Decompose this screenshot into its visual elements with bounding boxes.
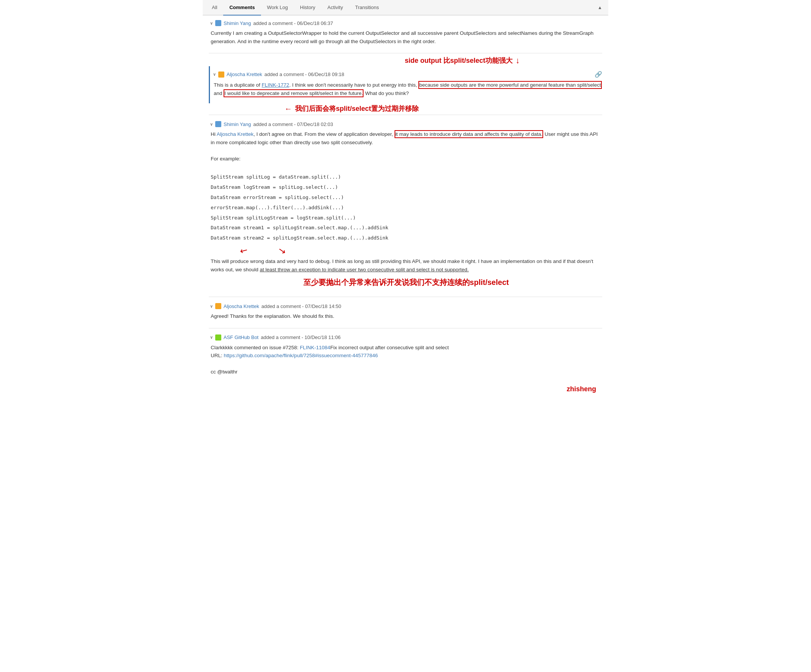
tab-activity[interactable]: Activity <box>322 0 349 15</box>
comment-5-header: ∨ ASF GitHub Bot added a comment - 10/De… <box>210 334 602 341</box>
comment-3-intro: Hi <box>211 131 217 137</box>
comment-2-highlight1: because side outputs are the more powerf… <box>418 81 601 89</box>
tab-all[interactable]: All <box>206 0 223 15</box>
comment-2: ∨ Aljoscha Krettek added a comment - 06/… <box>209 66 602 103</box>
code-line-3: DataStream errorStream = splitLog.select… <box>211 194 602 202</box>
comment-5-line1-after: Fix incorrect output after consecutive s… <box>330 345 449 350</box>
comment-4-header: ∨ Aljoscha Krettek added a comment - 07/… <box>210 303 602 309</box>
code-line-7: DataStream stream2 = splitLogStream.sele… <box>211 234 602 242</box>
annotation-top-2-text: side output 比split/select功能强大 <box>405 56 512 65</box>
code-line-1: SplitStream splitLog = dataStream.split(… <box>211 173 602 181</box>
flink-11084-link[interactable]: FLINK-11084 <box>300 345 330 350</box>
comment-5-url-label: URL: <box>211 353 224 358</box>
comment-2-meta: added a comment - 06/Dec/18 09:18 <box>265 71 344 77</box>
avatar-3 <box>215 121 221 127</box>
comment-5-url[interactable]: https://github.com/apache/flink/pull/725… <box>224 353 378 358</box>
author-5[interactable]: ASF GitHub Bot <box>224 334 258 340</box>
comment-2-header: ∨ Aljoscha Krettek added a comment - 06/… <box>213 71 602 78</box>
tab-worklog[interactable]: Work Log <box>261 0 294 15</box>
comment-4: ∨ Aljoscha Krettek added a comment - 07/… <box>209 299 602 327</box>
toggle-5[interactable]: ∨ <box>210 335 213 340</box>
comment-1-text: Currently I am creating a OutputSelector… <box>211 29 602 46</box>
avatar-2 <box>218 71 224 78</box>
code-line-5: SplitStream splitLogStream = logStream.s… <box>211 214 602 222</box>
comment-3-intro-rest: , I don't agree on that. From the view o… <box>253 131 395 137</box>
avatar-4 <box>215 303 221 309</box>
annotation-bottom-2: ← 我们后面会将split/select置为过期并移除 <box>285 104 602 113</box>
tab-history[interactable]: History <box>294 0 321 15</box>
author-3[interactable]: Shimin Yang <box>224 121 251 127</box>
comment-3-header: ∨ Shimin Yang added a comment - 07/Dec/1… <box>210 121 602 127</box>
comment-2-before-link: This is a duplicate of <box>214 82 262 88</box>
comment-1-meta: added a comment - 06/Dec/18 06:37 <box>253 20 333 26</box>
arrow-down-right-icon: ↘ <box>277 244 287 256</box>
comment-5-line1-before: Clarkkkkk commented on issue #7258: <box>211 345 300 350</box>
code-line-2: DataStream logStream = splitLog.select(.… <box>211 183 602 192</box>
tab-comments[interactable]: Comments <box>223 0 261 15</box>
comment-3-highlight1: it may leads to introduce dirty data and… <box>395 130 543 138</box>
comments-content: ∨ Shimin Yang added a comment - 06/Dec/1… <box>203 15 608 399</box>
comment-3-meta: added a comment - 07/Dec/18 02:03 <box>253 121 333 127</box>
comment-1: ∨ Shimin Yang added a comment - 06/Dec/1… <box>209 15 602 51</box>
arrow-down-icon: ↓ <box>516 56 520 65</box>
comment-5-meta: added a comment - 10/Dec/18 11:06 <box>261 334 341 340</box>
comment-1-header: ∨ Shimin Yang added a comment - 06/Dec/1… <box>210 20 602 26</box>
code-line-4: errorStream.map(...).filter(...).addSink… <box>211 204 602 212</box>
author-2[interactable]: Aljoscha Krettek <box>227 71 262 77</box>
comment-3-underline: at least throw an exception to indicate … <box>260 267 469 272</box>
tab-transitions[interactable]: Transitions <box>349 0 385 15</box>
avatar-5 <box>215 334 221 341</box>
example-label: For example: <box>211 155 602 163</box>
link-icon-2[interactable]: 🔗 <box>595 71 602 78</box>
toggle-2[interactable]: ∨ <box>213 72 216 77</box>
code-line-6: DataStream stream1 = splitLogStream.sele… <box>211 224 602 232</box>
arrow-left-icon-2: ← <box>285 104 292 113</box>
comment-4-meta: added a comment - 07/Dec/18 14:50 <box>261 304 341 309</box>
comment-5-cc: cc @twalthr <box>211 368 602 376</box>
author-4[interactable]: Aljoscha Krettek <box>224 304 259 309</box>
comment-4-text: Agreed! Thanks for the explanation. We s… <box>211 312 602 321</box>
arrows-down-3: ↙ ↘ <box>240 245 602 256</box>
comment-2-highlight2: I would like to deprecate and remove spl… <box>224 89 363 97</box>
flink-1772-link[interactable]: FLINK-1772 <box>262 82 289 88</box>
comment-2-after-highlight: What do you think? <box>363 90 409 96</box>
comment-5: ∨ ASF GitHub Bot added a comment - 10/De… <box>209 330 602 382</box>
credit-text: zhisheng <box>209 382 602 399</box>
tabs-bar: All Comments Work Log History Activity T… <box>203 0 608 15</box>
comment-3-conclusion: This will produce wrong data and very ha… <box>211 257 602 273</box>
annotation-bottom-3-text: 至少要抛出个异常来告诉开发说我们不支持连续的split/select <box>304 277 509 288</box>
comment-3-intro-name[interactable]: Aljoscha Krettek <box>217 131 254 137</box>
toggle-3[interactable]: ∨ <box>210 122 213 127</box>
comment-2-text: This is a duplicate of FLINK-1772. I thi… <box>214 81 602 97</box>
comment-3: ∨ Shimin Yang added a comment - 07/Dec/1… <box>209 117 602 295</box>
author-1[interactable]: Shimin Yang <box>224 20 251 26</box>
comment-2-middle: and <box>214 90 224 96</box>
comment-2-after-link: . I think we don't necessarily have to p… <box>289 82 419 88</box>
avatar-1 <box>215 20 221 26</box>
toggle-1[interactable]: ∨ <box>210 21 213 26</box>
annotation-bottom-2-text: 我们后面会将split/select置为过期并移除 <box>295 104 419 113</box>
arrow-down-left-icon: ↙ <box>238 244 249 257</box>
comment-2-wrapper: side output 比split/select功能强大 ↓ ∨ Aljosc… <box>209 56 602 113</box>
toggle-4[interactable]: ∨ <box>210 304 213 309</box>
annotation-top-2: side output 比split/select功能强大 ↓ <box>322 56 602 65</box>
comment-3-text: Hi Aljoscha Krettek, I don't agree on th… <box>211 130 602 242</box>
comment-5-text: Clarkkkkk commented on issue #7258: FLIN… <box>211 344 602 376</box>
scroll-up-icon[interactable]: ▲ <box>595 2 605 13</box>
annotation-bottom-3: 至少要抛出个异常来告诉开发说我们不支持连续的split/select <box>210 277 602 288</box>
